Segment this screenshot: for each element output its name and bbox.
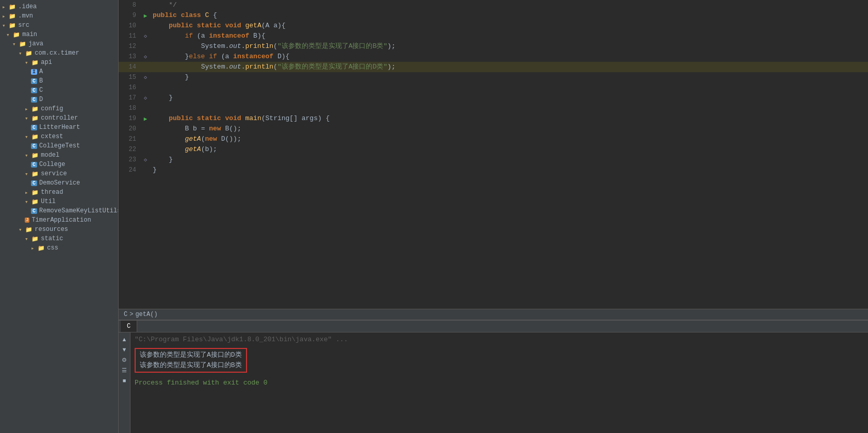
sidebar-item-main[interactable]: ▾ 📁 main (0, 30, 118, 39)
code-row-12: 12 System.out.println("该参数的类型是实现了A接口的B类"… (119, 41, 868, 52)
line-number: 18 (119, 103, 140, 113)
line-content: public class C { (151, 10, 868, 21)
tree-label: static (41, 235, 63, 242)
code-row-11: 11◇ if (a instanceof B){ (119, 31, 868, 41)
sidebar-item-Util[interactable]: ▾ 📁 Util (0, 197, 118, 206)
tree-label: css (47, 244, 58, 252)
sidebar-item-service[interactable]: ▾ 📁 service (0, 169, 118, 178)
line-gutter: ◇ (140, 31, 151, 41)
code-row-19: 19▶ public static void main(String[] arg… (119, 113, 868, 124)
line-content: } (151, 72, 868, 82)
line-content (151, 82, 868, 93)
output-line-2: 该参数的类型是实现了A接口的B类 (140, 360, 242, 371)
sidebar-item-api[interactable]: ▾ 📁 api (0, 58, 118, 67)
scroll-down-button[interactable]: ▼ (120, 345, 129, 354)
code-row-9: 9▶public class C { (119, 10, 868, 21)
line-number: 14 (119, 62, 140, 72)
stop-button[interactable]: ■ (120, 376, 129, 385)
folder-icon: ▾ 📁 (19, 50, 32, 57)
sidebar-item-config[interactable]: ▸ 📁 config (0, 104, 118, 113)
sidebar-item-LitterHeart[interactable]: C LitterHeart (0, 123, 118, 132)
code-editor[interactable]: 8 */9▶public class C {10 public static v… (119, 0, 868, 309)
line-number: 10 (119, 21, 140, 31)
bookmark-icon: ◇ (144, 95, 147, 101)
code-row-15: 15◇ } (119, 72, 868, 82)
tree-label: .mvn (18, 12, 33, 20)
filter-button[interactable]: ☰ (120, 365, 129, 375)
sidebar-item-model[interactable]: ▾ 📁 model (0, 151, 118, 160)
sidebar-item-mvn[interactable]: ▸ 📁 .mvn (0, 11, 118, 21)
line-content: } (151, 93, 868, 103)
tree-label: service (41, 170, 67, 177)
tree-label: thread (41, 189, 63, 196)
run-gutter-icon[interactable]: ▶ (144, 12, 148, 19)
sidebar-item-College[interactable]: C College (0, 160, 118, 169)
console-area: ▲ ▼ ⚙ ☰ ■ "C:\Program Files\Java\jdk1.8.… (119, 332, 868, 433)
sidebar-item-A[interactable]: I A (0, 67, 118, 76)
sidebar-item-DemoService[interactable]: C DemoService (0, 178, 118, 188)
line-gutter: ◇ (140, 52, 151, 62)
sidebar-item-cxtest[interactable]: ▾ 📁 cxtest (0, 132, 118, 141)
bottom-tabs: C (119, 321, 868, 332)
sidebar-item-TimerApplication[interactable]: J TimerApplication (0, 215, 118, 225)
sidebar-item-B[interactable]: C B (0, 76, 118, 86)
interface-icon: I (31, 69, 37, 75)
tree-label: main (22, 31, 37, 38)
line-content: } (151, 165, 868, 175)
folder-icon: ▾ 📁 (19, 226, 32, 233)
line-gutter: ◇ (140, 72, 151, 82)
folder-icon: ▾ 📁 (2, 22, 16, 29)
sidebar-item-C[interactable]: C C (0, 86, 118, 95)
line-gutter: ◇ (140, 93, 151, 103)
line-number: 22 (119, 144, 140, 155)
sidebar-item-idea[interactable]: ▸ 📁 .idea (0, 2, 118, 11)
folder-icon: ▸ 📁 (25, 106, 39, 112)
code-row-23: 23◇ } (119, 155, 868, 165)
console-output-box: 该参数的类型是实现了A接口的D类 该参数的类型是实现了A接口的B类 (135, 347, 864, 374)
code-row-16: 16 (119, 82, 868, 93)
sidebar-item-static[interactable]: ▾ 📁 static (0, 234, 118, 243)
scroll-up-button[interactable]: ▲ (120, 335, 129, 344)
line-number: 21 (119, 134, 140, 144)
sidebar-item-css[interactable]: ▸ 📁 css (0, 243, 118, 253)
sidebar-item-controller[interactable]: ▾ 📁 controller (0, 113, 118, 123)
line-gutter: ▶ (140, 113, 151, 124)
code-row-13: 13◇ }else if (a instanceof D){ (119, 52, 868, 62)
sidebar-item-thread[interactable]: ▸ 📁 thread (0, 188, 118, 197)
sidebar-item-src[interactable]: ▾ 📁 src (0, 21, 118, 30)
tree-label: api (41, 59, 52, 66)
line-content: } (151, 155, 868, 165)
folder-icon: ▾ 📁 (25, 152, 39, 159)
folder-icon: ▸ 📁 (25, 189, 39, 196)
line-gutter (140, 21, 151, 31)
console-output: "C:\Program Files\Java\jdk1.8.0_201\bin\… (130, 332, 868, 433)
line-number: 23 (119, 155, 140, 165)
sidebar-item-RemoveSameKeyListUtils[interactable]: C RemoveSameKeyListUtils (0, 206, 118, 215)
tree-label: College (39, 161, 65, 168)
line-number: 19 (119, 113, 140, 124)
sidebar-item-resources[interactable]: ▾ 📁 resources (0, 225, 118, 234)
line-gutter (140, 82, 151, 93)
code-row-18: 18 (119, 103, 868, 113)
line-content: getA(new D()); (151, 134, 868, 144)
output-line-1: 该参数的类型是实现了A接口的D类 (140, 350, 242, 360)
folder-icon: ▾ 📁 (12, 41, 26, 47)
sidebar-item-D[interactable]: C D (0, 95, 118, 104)
settings-button[interactable]: ⚙ (120, 355, 129, 364)
java-icon: J (25, 218, 29, 223)
line-number: 11 (119, 31, 140, 41)
line-gutter: ◇ (140, 155, 151, 165)
sidebar-item-com.cx.timer[interactable]: ▾ 📁 com.cx.timer (0, 48, 118, 58)
tree-label: A (39, 68, 43, 75)
sidebar-item-CollegeTest[interactable]: C CollegeTest (0, 141, 118, 151)
line-number: 9 (119, 10, 140, 21)
sidebar-item-java[interactable]: ▾ 📁 java (0, 39, 118, 48)
bookmark-icon: ◇ (144, 54, 147, 60)
console-tab[interactable]: C (121, 321, 137, 332)
class-icon: C (31, 88, 37, 93)
line-content: if (a instanceof B){ (151, 31, 868, 41)
line-content: public static void main(String[] args) { (151, 113, 868, 124)
code-lines: 8 */9▶public class C {10 public static v… (119, 0, 868, 175)
run-gutter-icon[interactable]: ▶ (144, 115, 148, 122)
folder-icon: ▾ 📁 (25, 236, 39, 242)
